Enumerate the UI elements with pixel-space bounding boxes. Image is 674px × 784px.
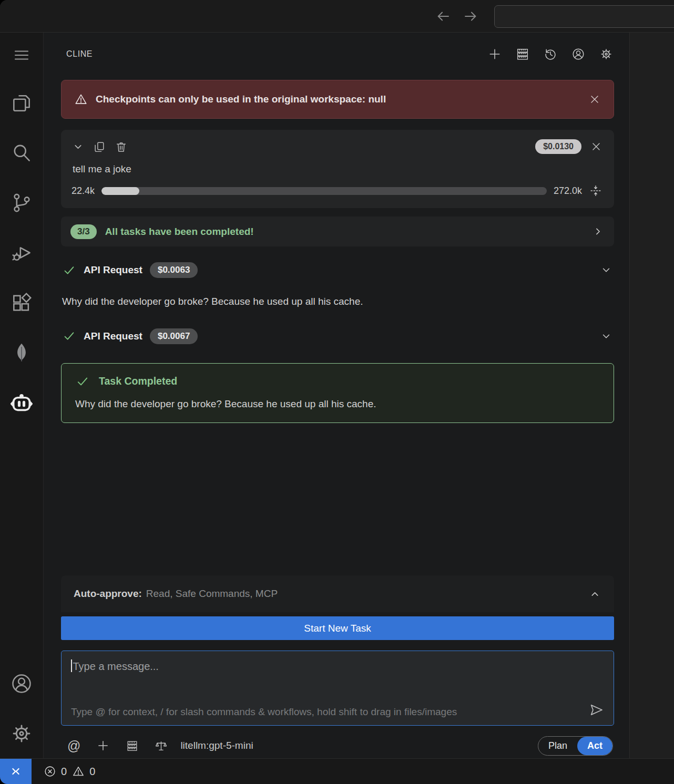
mcp-servers-icon[interactable] — [126, 739, 139, 752]
api-request-row[interactable]: API Request $0.0063 — [61, 262, 614, 278]
extensions-icon[interactable] — [0, 277, 43, 327]
check-icon — [75, 374, 90, 389]
run-debug-icon[interactable] — [0, 228, 43, 277]
command-center-search[interactable] — [494, 5, 674, 28]
settings-gear-icon[interactable] — [0, 708, 43, 758]
check-icon — [62, 329, 76, 343]
cline-panel: CLINE — [44, 33, 629, 758]
delete-task-icon[interactable] — [115, 140, 128, 153]
context-progress-fill — [101, 187, 139, 195]
input-hint: Type @ for context, / for slash commands… — [71, 706, 582, 718]
search-icon[interactable] — [0, 128, 43, 178]
account-icon[interactable] — [571, 47, 586, 61]
cline-icon[interactable] — [0, 377, 43, 427]
mcp-servers-icon[interactable] — [515, 47, 530, 61]
nav-back-icon[interactable] — [435, 8, 451, 24]
plan-act-toggle[interactable]: Plan Act — [538, 736, 613, 756]
api-request-label: API Request — [84, 264, 142, 276]
panel-header: CLINE — [44, 33, 629, 76]
api-request-label: API Request — [84, 331, 142, 342]
context-progress-bar — [101, 187, 547, 195]
menu-icon[interactable] — [0, 33, 43, 78]
plan-mode-button[interactable]: Plan — [538, 737, 577, 755]
remote-indicator[interactable] — [0, 759, 32, 784]
task-card: $0.0130 tell me a joke 22.4k 272.0k — [61, 130, 614, 208]
model-selector[interactable]: litellm:gpt-5-mini — [180, 740, 253, 751]
chevron-down-icon[interactable] — [599, 263, 613, 277]
tasks-complete-banner[interactable]: 3/3 All tasks have been completed! — [61, 216, 614, 246]
history-icon[interactable] — [543, 47, 558, 61]
input-placeholder: Type a message... — [73, 661, 159, 672]
api-request-row[interactable]: API Request $0.0067 — [61, 328, 614, 344]
explorer-icon[interactable] — [0, 78, 43, 128]
start-new-task-button[interactable]: Start New Task — [61, 616, 614, 640]
tasks-complete-text: All tasks have been completed! — [105, 226, 254, 238]
chevron-down-icon[interactable] — [72, 140, 85, 153]
vscode-window: CLINE — [0, 0, 674, 784]
settings-gear-icon[interactable] — [599, 47, 614, 61]
copy-icon[interactable] — [93, 140, 106, 153]
task-completed-box: Task Completed Why did the developer go … — [61, 363, 614, 423]
api-request-cost-badge: $0.0067 — [150, 328, 198, 344]
auto-approve-label: Auto-approve: — [74, 588, 142, 600]
context-window-label: 272.0k — [554, 185, 582, 197]
nav-forward-icon[interactable] — [463, 8, 478, 24]
task-cost-badge: $0.0130 — [535, 139, 581, 154]
send-icon[interactable] — [588, 702, 604, 718]
problems-indicator[interactable]: 0 0 — [43, 765, 95, 778]
message-input[interactable]: Type a message... Type @ for context, / … — [61, 651, 614, 726]
chevron-down-icon[interactable] — [599, 329, 613, 343]
task-completed-text: Why did the developer go broke? Because … — [75, 398, 600, 410]
error-count: 0 — [61, 766, 67, 778]
error-banner-text: Checkpoints can only be used in the orig… — [96, 94, 386, 105]
panel-title: CLINE — [66, 49, 93, 59]
status-bar: 0 0 — [0, 758, 674, 784]
task-count-badge: 3/3 — [70, 224, 97, 239]
task-prompt-text: tell me a joke — [73, 163, 601, 175]
close-icon[interactable] — [588, 93, 601, 106]
api-request-cost-badge: $0.0063 — [150, 262, 198, 278]
mongodb-icon[interactable] — [0, 327, 43, 377]
chevron-right-icon[interactable] — [591, 225, 605, 238]
activity-bar — [0, 33, 44, 758]
close-task-icon[interactable] — [590, 140, 602, 153]
auto-approve-bar[interactable]: Auto-approve: Read, Safe Commands, MCP — [61, 575, 614, 612]
check-icon — [62, 263, 76, 277]
chevron-up-icon[interactable] — [588, 587, 601, 601]
errors-icon — [43, 765, 57, 778]
context-mention-icon[interactable]: @ — [67, 739, 80, 752]
input-controls-row: @ litellm:gpt-5-mini Plan Act — [61, 726, 614, 758]
checkpoint-error-banner: Checkpoints can only be used in the orig… — [61, 80, 614, 119]
task-completed-title: Task Completed — [99, 375, 177, 387]
account-icon[interactable] — [0, 658, 43, 708]
new-task-icon[interactable] — [487, 47, 502, 61]
assistant-message-text: Why did the developer go broke? Because … — [61, 295, 614, 308]
title-bar — [0, 0, 674, 33]
collapse-icon[interactable] — [589, 184, 602, 198]
add-icon[interactable] — [96, 739, 110, 752]
warning-icon — [74, 92, 88, 106]
warning-count: 0 — [89, 766, 95, 778]
warnings-icon — [72, 765, 85, 778]
act-mode-button[interactable]: Act — [577, 737, 612, 755]
source-control-icon[interactable] — [0, 178, 43, 228]
rules-scales-icon[interactable] — [155, 739, 168, 752]
editor-area — [629, 33, 674, 758]
text-caret — [71, 659, 72, 672]
auto-approve-value: Read, Safe Commands, MCP — [146, 588, 278, 600]
tokens-used-label: 22.4k — [72, 185, 95, 197]
